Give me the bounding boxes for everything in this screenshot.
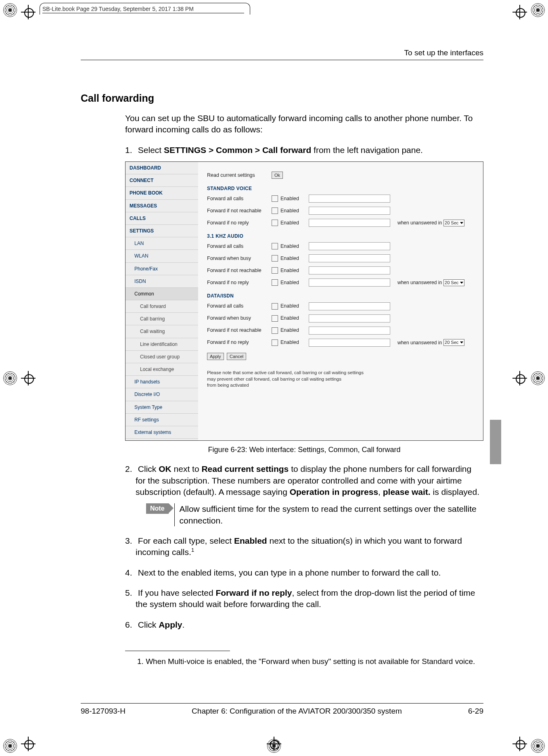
nav-item[interactable]: PHONE BOOK [125, 187, 198, 199]
forward-row: Forward if no replyEnabledwhen unanswere… [207, 276, 474, 289]
note-badge: Note [146, 503, 169, 514]
nav-item[interactable]: WLAN [125, 250, 198, 262]
nav-item[interactable]: Call forward [125, 300, 198, 313]
enabled-checkbox[interactable] [272, 279, 278, 286]
nav-item[interactable]: Local exchange [125, 363, 198, 376]
enabled-checkbox[interactable] [272, 327, 278, 334]
forward-row-label: Forward if not reachable [207, 267, 272, 274]
enabled-checkbox[interactable] [272, 339, 278, 346]
step-4: 4. Next to the enabled items, you can ty… [125, 567, 483, 578]
screenshot-groups: STANDARD VOICEForward all callsEnabledFo… [207, 185, 474, 349]
enabled-label: Enabled [280, 327, 309, 334]
nav-item[interactable]: LAN [125, 237, 198, 250]
forward-row: Forward all callsEnabled [207, 240, 474, 252]
nav-item[interactable]: SETTINGS [125, 225, 198, 237]
crop-mark [531, 3, 545, 17]
thumb-tab [490, 420, 501, 464]
enabled-checkbox[interactable] [272, 207, 278, 214]
forward-row-label: Forward if not reachable [207, 327, 272, 334]
enabled-checkbox[interactable] [272, 195, 278, 202]
forward-row-label: Forward all calls [207, 303, 272, 310]
forward-number-input[interactable] [309, 219, 390, 227]
crosshair-icon [21, 5, 36, 19]
step-5-text: If you have selected Forward if no reply… [136, 588, 475, 609]
forward-number-input[interactable] [309, 242, 390, 250]
forward-row-label: Forward if no reply [207, 220, 272, 226]
nav-item[interactable]: DASHBOARD [125, 162, 198, 174]
nav-item[interactable]: CONNECT [125, 174, 198, 187]
timeout-select[interactable]: 20 Sec [443, 339, 464, 346]
screenshot-nav: DASHBOARDCONNECTPHONE BOOKMESSAGESCALLSS… [125, 162, 198, 440]
crosshair-icon [267, 737, 281, 751]
enabled-label: Enabled [280, 207, 309, 214]
forward-row-label: Forward all calls [207, 243, 272, 250]
nav-item[interactable]: External systems [125, 426, 198, 439]
step-number: 6. [125, 619, 136, 630]
forward-number-input[interactable] [309, 279, 390, 287]
read-current-label: Read current settings [207, 172, 272, 179]
footnote-ref: 1 [191, 547, 195, 553]
crop-mark [531, 371, 545, 385]
enabled-checkbox[interactable] [272, 267, 278, 274]
forward-row: Forward if no replyEnabledwhen unanswere… [207, 337, 474, 349]
forward-row-label: Forward when busy [207, 255, 272, 262]
forward-row-label: Forward if not reachable [207, 207, 272, 214]
enabled-checkbox[interactable] [272, 220, 278, 226]
timeout-select[interactable]: 20 Sec [443, 220, 464, 226]
crop-mark [531, 739, 545, 753]
nav-item[interactable]: ISDN [125, 275, 198, 288]
forward-row: Forward if not reachableEnabled [207, 205, 474, 217]
forward-number-input[interactable] [309, 339, 390, 347]
forward-number-input[interactable] [309, 327, 390, 335]
step-2-text: Click OK next to Read current settings t… [136, 464, 479, 496]
forward-number-input[interactable] [309, 302, 390, 310]
forward-number-input[interactable] [309, 254, 390, 262]
cancel-button[interactable]: Cancel [227, 353, 246, 360]
footer-page: 6-29 [468, 707, 483, 716]
forward-row: Forward if not reachableEnabled [207, 325, 474, 337]
body: You can set up the SBU to automatically … [125, 113, 483, 667]
screenshot-figure: DASHBOARDCONNECTPHONE BOOKMESSAGESCALLSS… [125, 161, 483, 441]
nav-item[interactable]: CALLS [125, 212, 198, 225]
enabled-checkbox[interactable] [272, 243, 278, 249]
forward-number-input[interactable] [309, 314, 390, 323]
section-title: Call forwarding [81, 92, 483, 104]
nav-item[interactable]: Discrete I/O [125, 388, 198, 401]
nav-item[interactable]: IP handsets [125, 376, 198, 388]
step-4-text: Next to the enabled items, you can type … [138, 568, 441, 577]
forward-row: Forward all callsEnabled [207, 193, 474, 205]
forward-number-input[interactable] [309, 207, 390, 215]
framemaker-header: SB-Lite.book Page 29 Tuesday, September … [42, 6, 244, 13]
forward-number-input[interactable] [309, 195, 390, 203]
nav-item[interactable]: Common [125, 288, 198, 300]
step-3: 3. For each call type, select Enabled ne… [125, 535, 483, 558]
apply-button[interactable]: Apply [207, 353, 224, 360]
intro-paragraph: You can set up the SBU to automatically … [125, 113, 483, 136]
forward-number-input[interactable] [309, 266, 390, 274]
nav-item[interactable]: Call barring [125, 313, 198, 325]
forward-row: Forward if not reachableEnabled [207, 264, 474, 276]
enabled-checkbox[interactable] [272, 255, 278, 262]
step-1-path: SETTINGS > Common > Call forward [164, 145, 311, 155]
enabled-checkbox[interactable] [272, 315, 278, 322]
when-unanswered-label: when unanswered in [397, 220, 442, 226]
step-2: 2. Click OK next to Read current setting… [125, 463, 483, 526]
footnote-rule [125, 651, 230, 651]
read-current-row: Read current settings Ok [207, 169, 474, 181]
crosshair-icon [512, 737, 527, 751]
nav-item[interactable]: Call waiting [125, 325, 198, 338]
nav-item[interactable]: Line identification [125, 338, 198, 351]
nav-item[interactable]: MESSAGES [125, 200, 198, 212]
enabled-checkbox[interactable] [272, 303, 278, 310]
ok-button[interactable]: Ok [272, 172, 283, 179]
forward-row: Forward if no replyEnabledwhen unanswere… [207, 217, 474, 229]
forward-row-label: Forward if no reply [207, 339, 272, 346]
group-heading: 3.1 KHZ AUDIO [207, 233, 474, 239]
nav-item[interactable]: RF settings [125, 414, 198, 426]
nav-item[interactable]: System Type [125, 401, 198, 414]
timeout-select[interactable]: 20 Sec [443, 279, 464, 286]
nav-item[interactable]: Phone/Fax [125, 263, 198, 275]
crosshair-icon [512, 5, 527, 19]
crosshair-icon [21, 737, 36, 751]
nav-item[interactable]: Closed user group [125, 351, 198, 363]
